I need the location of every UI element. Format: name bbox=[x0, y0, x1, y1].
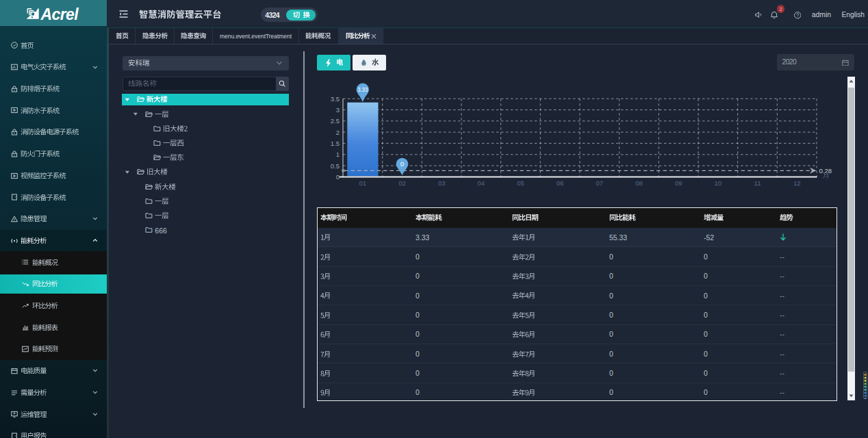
svg-text:09: 09 bbox=[675, 179, 682, 187]
svg-text:2.5: 2.5 bbox=[331, 117, 340, 125]
svg-text:0.5: 0.5 bbox=[331, 162, 340, 170]
svg-text:3.5: 3.5 bbox=[331, 95, 340, 103]
svg-text:10: 10 bbox=[715, 179, 722, 187]
svg-text:06: 06 bbox=[557, 179, 564, 187]
svg-text:1.5: 1.5 bbox=[331, 140, 340, 147]
svg-text:0: 0 bbox=[336, 173, 340, 181]
svg-text:01: 01 bbox=[359, 179, 367, 187]
svg-text:08: 08 bbox=[635, 179, 643, 187]
svg-text:1: 1 bbox=[336, 151, 340, 158]
svg-text:04: 04 bbox=[478, 179, 485, 187]
svg-text:12: 12 bbox=[793, 179, 801, 187]
svg-text:03: 03 bbox=[438, 179, 446, 187]
svg-text:11: 11 bbox=[754, 179, 761, 187]
svg-text:3.33: 3.33 bbox=[358, 86, 368, 93]
svg-text:3: 3 bbox=[336, 106, 340, 114]
svg-text:05: 05 bbox=[517, 179, 524, 187]
svg-text:07: 07 bbox=[596, 179, 604, 187]
svg-text:0: 0 bbox=[400, 161, 404, 168]
svg-text:2: 2 bbox=[336, 129, 340, 136]
svg-text:02: 02 bbox=[398, 179, 406, 187]
